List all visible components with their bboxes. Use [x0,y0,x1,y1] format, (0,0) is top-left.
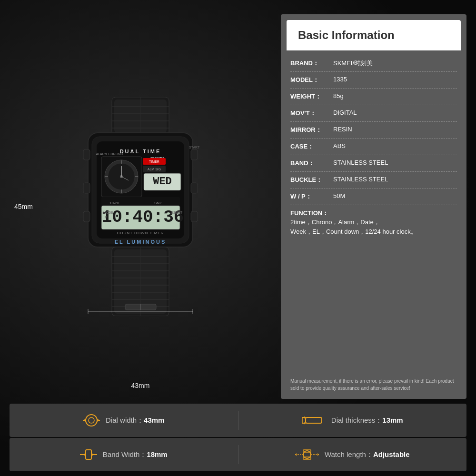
svg-text:TIMER: TIMER [149,160,159,163]
model-label: MODEL： [290,76,333,84]
svg-text:P: P [105,216,107,219]
svg-marker-73 [304,416,305,419]
band-row: BAND： STAINLESS STEEL [290,155,457,172]
dial-width-icon [83,414,100,427]
watch-length-item: Watch length：Adjustable [238,448,467,461]
svg-text:ALARM CHRONO: ALARM CHRONO [96,152,123,156]
svg-rect-42 [83,211,90,222]
band-value: STAINLESS STEEL [333,159,457,166]
svg-text:10-20: 10-20 [109,201,119,205]
svg-text:MODE: MODE [103,211,113,214]
watch-length-text: Watch length：Adjustable [325,450,410,459]
band-label: BAND： [290,159,333,168]
svg-rect-69 [306,417,322,423]
svg-text:COUNT DOWN TIMER: COUNT DOWN TIMER [117,231,164,235]
buckle-row: BUCKLE： STAINLESS STEEL [290,172,457,188]
buckle-label: BUCKLE： [290,176,333,184]
function-row: FUNCTION： 2time，Chrono，Alarm，Date，Week，E… [290,205,457,240]
band-width-icon [80,448,97,461]
band-width-item: Band Width：18mm [10,448,238,461]
mirror-label: MIRROR： [290,126,333,134]
brand-label: BRAND： [290,59,333,68]
dial-thickness-item: Dial thickness：13mm [238,414,467,427]
svg-rect-40 [83,149,90,160]
svg-marker-78 [83,453,86,456]
svg-marker-79 [91,453,94,456]
svg-text:START: START [189,146,200,149]
main-container: 45mm [0,0,476,476]
svg-text:EL LUMINOUS: EL LUMINOUS [115,239,167,245]
dial-width-item: Dial width：43mm [10,414,238,427]
watch-section: 45mm [10,14,271,399]
measure-bar-2: Band Width：18mm Watch length： [10,438,466,471]
dimension-width-label: 43mm [131,382,150,389]
svg-marker-85 [295,453,297,456]
info-rows: BRAND： SKMEI/时刻美 MODEL： 1335 WEIGHT： 85g… [281,50,466,374]
svg-text:RESET: RESET [171,211,183,214]
svg-text:WED: WED [153,176,172,188]
svg-text:ALM SIG: ALM SIG [148,168,161,171]
brand-row: BRAND： SKMEI/时刻美 [290,55,457,72]
measure-bar-1: Dial width：43mm Dial thickness：13mm [10,404,466,437]
svg-rect-45 [191,211,198,222]
svg-marker-67 [83,419,86,422]
mirror-value: RESIN [333,126,457,133]
mirror-row: MIRROR： RESIN [290,122,457,139]
svg-text:DUAL TIME: DUAL TIME [120,149,161,154]
svg-point-64 [89,417,94,423]
buckle-value: STAINLESS STEEL [333,176,457,183]
dial-thickness-icon [302,414,326,427]
weight-row: WEIGHT： 85g [290,89,457,105]
dimension-height-label: 45mm [14,203,33,210]
band-width-text: Band Width：18mm [103,450,168,459]
weight-value: 85g [333,92,457,99]
movt-row: MOV'T： DIGITAL [290,105,457,122]
info-panel: Basic Information BRAND： SKMEI/时刻美 MODEL… [281,14,466,399]
watch-illustration: DUAL TIME SK [69,97,212,316]
svg-rect-41 [83,183,90,193]
svg-marker-68 [97,419,100,422]
movt-value: DIGITAL [333,109,457,116]
brand-value: SKMEI/时刻美 [333,59,457,68]
disclaimer: Manual measurement, if there is an error… [281,374,466,399]
case-row: CASE： ABS [290,139,457,155]
svg-rect-75 [86,450,91,459]
function-value: 2time，Chrono，Alarm，Date，Week，EL，Count do… [290,218,417,236]
svg-text:SNZ: SNZ [154,201,162,205]
svg-rect-44 [191,183,198,193]
info-title: Basic Information [298,29,449,42]
case-value: ABS [333,142,457,149]
movt-label: MOV'T： [290,109,333,118]
weight-label: WEIGHT： [290,92,333,101]
case-label: CASE： [290,142,333,151]
svg-point-63 [86,415,97,426]
model-value: 1335 [333,76,457,83]
wp-value: 50M [333,192,457,199]
dial-width-text: Dial width：43mm [106,416,164,425]
watch-length-icon [295,448,319,461]
function-label: FUNCTION： [290,209,333,218]
bottom-bars: Dial width：43mm Dial thickness：13mm [0,404,476,476]
svg-rect-43 [191,149,198,160]
dial-thickness-text: Dial thickness：13mm [331,416,403,425]
wp-label: W / P： [290,192,333,201]
model-row: MODEL： 1335 [290,72,457,89]
wp-row: W / P： 50M [290,188,457,205]
info-header: Basic Information [287,20,461,50]
top-section: 45mm [0,0,476,404]
svg-marker-74 [304,422,305,425]
svg-marker-86 [317,453,319,456]
